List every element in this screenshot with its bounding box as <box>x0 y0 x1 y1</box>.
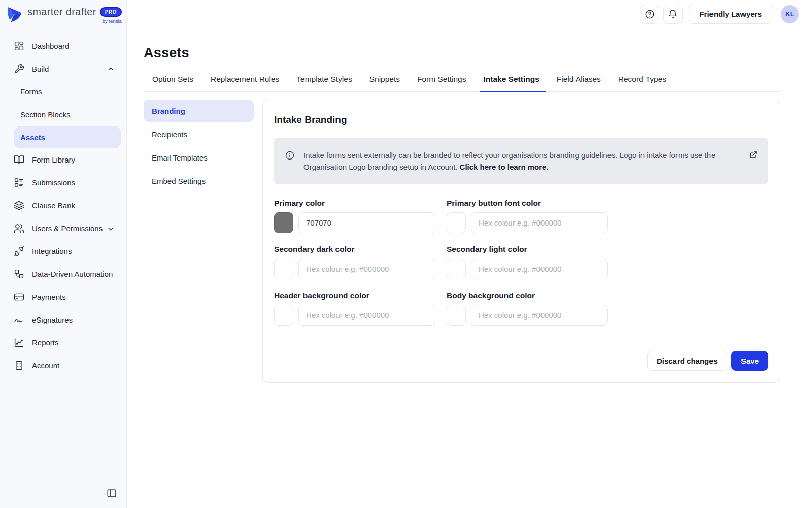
card-title: Intake Branding <box>274 114 768 125</box>
collapse-sidebar-button[interactable] <box>106 488 117 499</box>
brand-byline: by tensia <box>103 18 122 24</box>
card-footer: Discard changes Save <box>263 339 780 371</box>
sidebar-item-clause-bank[interactable]: Clause Bank <box>0 194 126 217</box>
layers-icon <box>14 200 24 211</box>
subnav-item-email-templates[interactable]: Email Templates <box>144 146 254 169</box>
sidebar-item-label: Form Library <box>32 155 75 164</box>
brand-logo[interactable]: smarter drafter PRO by tensia <box>0 0 126 29</box>
tab-intake-settings[interactable]: Intake Settings <box>475 75 548 91</box>
sidebar-item-label: Clause Bank <box>32 201 75 210</box>
tab-form-settings[interactable]: Form Settings <box>409 75 475 91</box>
hex-color-input[interactable] <box>471 305 608 326</box>
color-swatch[interactable] <box>274 305 293 326</box>
chevron-down-icon <box>107 225 115 233</box>
field-label: Body background color <box>447 291 608 300</box>
sidebar: smarter drafter PRO by tensia Dashboard … <box>0 0 127 508</box>
tab-record-types[interactable]: Record Types <box>610 75 675 91</box>
tab-replacement-rules[interactable]: Replacement Rules <box>202 75 288 91</box>
users-icon <box>14 223 24 234</box>
field-label: Primary button font color <box>447 199 608 208</box>
hex-color-input[interactable] <box>298 305 435 326</box>
topbar: Friendly Lawyers KL <box>127 0 812 28</box>
hex-color-input[interactable] <box>471 212 608 233</box>
workspace: Branding Recipients Email Templates Embe… <box>144 100 780 383</box>
tab-template-styles[interactable]: Template Styles <box>288 75 360 91</box>
sidebar-nav: Dashboard Build Forms Section Blocks Ass… <box>0 29 126 377</box>
intake-branding-card: Intake Branding Intake forms sent extern… <box>262 100 780 383</box>
field-primary-button-font-color: Primary button font color <box>447 199 608 233</box>
pro-badge: PRO <box>100 7 122 17</box>
help-button[interactable] <box>640 5 659 24</box>
brand-wordmark: smarter drafter <box>27 6 96 18</box>
page-title: Assets <box>144 45 780 61</box>
hex-color-input[interactable] <box>471 259 608 279</box>
tab-bar: Option Sets Replacement Rules Template S… <box>144 75 780 92</box>
bell-icon <box>668 9 678 19</box>
sidebar-item-data-driven-automation[interactable]: Data-Driven Automation <box>0 263 126 285</box>
sidebar-item-submissions[interactable]: Submissions <box>0 171 126 194</box>
sidebar-item-reports[interactable]: Reports <box>0 331 126 354</box>
sidebar-item-forms[interactable]: Forms <box>0 80 126 103</box>
color-swatch[interactable] <box>447 212 466 233</box>
field-label: Secondary light color <box>447 245 608 254</box>
field-primary-color: Primary color <box>274 199 435 233</box>
learn-more-link[interactable]: Click here to learn more. <box>460 163 549 171</box>
notifications-button[interactable] <box>663 5 683 24</box>
info-icon <box>285 150 295 161</box>
branding-fields: Primary color Primary button font color <box>274 199 768 326</box>
sidebar-item-form-library[interactable]: Form Library <box>0 148 126 171</box>
save-button[interactable]: Save <box>731 351 768 371</box>
sidebar-item-section-blocks[interactable]: Section Blocks <box>0 103 126 126</box>
sidebar-item-label: Build <box>32 65 49 73</box>
sidebar-item-label: Payments <box>32 293 66 301</box>
sidebar-item-label: Section Blocks <box>20 110 70 119</box>
sidebar-item-dashboard[interactable]: Dashboard <box>0 35 126 57</box>
organisation-button[interactable]: Friendly Lawyers <box>688 5 773 24</box>
sidebar-item-label: Submissions <box>32 178 75 187</box>
color-swatch[interactable] <box>447 259 466 279</box>
sidebar-item-users-permissions[interactable]: Users & Permissions <box>0 217 126 240</box>
color-swatch[interactable] <box>274 259 293 279</box>
subnav-item-recipients[interactable]: Recipients <box>144 123 254 145</box>
field-header-background-color: Header background color <box>274 291 435 326</box>
hex-color-input[interactable] <box>298 212 435 233</box>
sidebar-item-label: Dashboard <box>32 42 69 50</box>
sidebar-item-account[interactable]: Account <box>0 354 126 377</box>
hex-color-input[interactable] <box>298 259 435 279</box>
subnav-item-embed-settings[interactable]: Embed Settings <box>144 170 254 192</box>
sidebar-footer <box>0 478 126 508</box>
subnav-item-branding[interactable]: Branding <box>144 100 254 122</box>
external-link-icon[interactable] <box>749 150 758 160</box>
field-label: Header background color <box>274 291 435 300</box>
bird-logo-icon <box>7 6 24 24</box>
book-open-icon <box>14 154 24 165</box>
sidebar-item-assets[interactable]: Assets <box>14 126 121 148</box>
app-root: smarter drafter PRO by tensia Dashboard … <box>0 0 812 508</box>
sidebar-item-label: Data-Driven Automation <box>32 270 113 278</box>
sidebar-item-label: eSignatures <box>32 315 73 324</box>
field-secondary-light-color: Secondary light color <box>447 245 608 279</box>
tab-option-sets[interactable]: Option Sets <box>144 75 202 91</box>
sidebar-item-label: Assets <box>20 133 45 142</box>
workflow-icon <box>14 269 24 279</box>
tab-field-aliases[interactable]: Field Aliases <box>548 75 610 91</box>
avatar[interactable]: KL <box>781 5 799 23</box>
main-area: Friendly Lawyers KL Assets Option Sets R… <box>127 0 812 508</box>
sidebar-item-esignatures[interactable]: eSignatures <box>0 308 126 331</box>
chevron-up-icon <box>107 65 115 73</box>
color-swatch[interactable] <box>274 212 293 233</box>
color-swatch[interactable] <box>447 305 466 326</box>
info-banner: Intake forms sent externally can be bran… <box>274 138 768 184</box>
build-tools-icon <box>14 64 24 74</box>
sidebar-item-integrations[interactable]: Integrations <box>0 240 126 263</box>
dashboard-grid-icon <box>14 41 24 51</box>
tab-snippets[interactable]: Snippets <box>361 75 409 91</box>
discard-changes-button[interactable]: Discard changes <box>647 351 727 371</box>
sidebar-item-label: Account <box>32 361 59 370</box>
sidebar-item-build[interactable]: Build <box>0 57 126 80</box>
sidebar-item-payments[interactable]: Payments <box>0 285 126 308</box>
list-blocks-icon <box>14 177 24 188</box>
credit-card-icon <box>14 292 24 302</box>
sidebar-item-label: Integrations <box>32 247 72 256</box>
sidebar-item-label: Reports <box>32 338 59 347</box>
